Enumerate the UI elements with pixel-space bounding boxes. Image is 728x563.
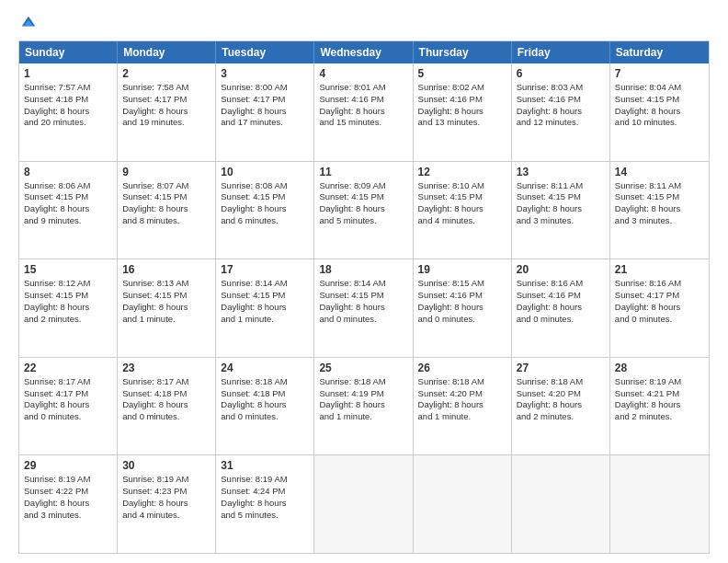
calendar-cell: 1Sunrise: 7:57 AMSunset: 4:18 PMDaylight… — [19, 63, 118, 161]
cell-line: Sunrise: 8:10 AM — [418, 180, 506, 192]
calendar-cell: 9Sunrise: 8:07 AMSunset: 4:15 PMDaylight… — [118, 162, 216, 259]
cell-line: Sunrise: 8:16 AM — [517, 278, 605, 290]
calendar-cell-empty — [314, 455, 413, 553]
calendar-body: 1Sunrise: 7:57 AMSunset: 4:18 PMDaylight… — [19, 63, 709, 553]
cell-line: and 0 minutes. — [517, 314, 605, 326]
cell-line: and 2 minutes. — [615, 411, 704, 423]
calendar-cell: 6Sunrise: 8:03 AMSunset: 4:16 PMDaylight… — [512, 63, 610, 161]
cell-line: Sunrise: 8:18 AM — [517, 376, 605, 388]
cell-line: and 0 minutes. — [122, 411, 210, 423]
calendar-cell: 25Sunrise: 8:18 AMSunset: 4:19 PMDayligh… — [314, 358, 413, 455]
cell-line: Daylight: 8 hours — [615, 203, 704, 215]
cell-line: Sunset: 4:15 PM — [24, 191, 112, 203]
cell-line: Sunset: 4:16 PM — [418, 290, 506, 302]
cell-line: Sunset: 4:15 PM — [122, 191, 210, 203]
weekday-header: Thursday — [414, 41, 512, 63]
cell-line: and 2 minutes. — [24, 314, 112, 326]
cell-line: Sunset: 4:15 PM — [418, 191, 506, 203]
calendar-row: 22Sunrise: 8:17 AMSunset: 4:17 PMDayligh… — [19, 357, 709, 455]
cell-line: Sunrise: 8:02 AM — [418, 82, 506, 94]
day-number: 15 — [24, 263, 112, 276]
cell-line: Sunrise: 8:18 AM — [319, 376, 407, 388]
cell-line: and 8 minutes. — [122, 215, 210, 227]
calendar-cell: 27Sunrise: 8:18 AMSunset: 4:20 PMDayligh… — [512, 358, 610, 455]
cell-line: and 3 minutes. — [517, 215, 605, 227]
cell-line: and 0 minutes. — [221, 411, 309, 423]
cell-line: Sunrise: 8:14 AM — [319, 278, 407, 290]
cell-line: Daylight: 8 hours — [122, 302, 210, 314]
calendar-cell: 23Sunrise: 8:17 AMSunset: 4:18 PMDayligh… — [118, 358, 216, 455]
weekday-header: Sunday — [19, 41, 118, 63]
cell-line: and 1 minute. — [418, 411, 506, 423]
cell-line: Daylight: 8 hours — [418, 399, 506, 411]
cell-line: and 1 minute. — [221, 314, 309, 326]
cell-line: Daylight: 8 hours — [122, 106, 210, 118]
weekday-header: Monday — [118, 41, 216, 63]
day-number: 29 — [24, 459, 112, 472]
cell-line: Sunset: 4:18 PM — [122, 388, 210, 400]
cell-line: Sunrise: 8:09 AM — [319, 180, 407, 192]
cell-line: Sunset: 4:15 PM — [615, 191, 704, 203]
cell-line: Sunrise: 8:03 AM — [517, 82, 605, 94]
cell-line: Daylight: 8 hours — [615, 302, 704, 314]
cell-line: Daylight: 8 hours — [221, 203, 309, 215]
cell-line: and 5 minutes. — [221, 510, 309, 522]
cell-line: Sunset: 4:16 PM — [319, 94, 407, 106]
cell-line: Sunrise: 8:17 AM — [122, 376, 210, 388]
day-number: 12 — [418, 166, 506, 178]
cell-line: and 9 minutes. — [24, 215, 112, 227]
cell-line: Daylight: 8 hours — [24, 399, 112, 411]
weekday-header: Friday — [512, 41, 610, 63]
calendar-cell-empty — [610, 455, 709, 553]
cell-line: Sunrise: 8:18 AM — [221, 376, 309, 388]
weekday-header: Saturday — [610, 41, 709, 63]
calendar: SundayMondayTuesdayWednesdayThursdayFrid… — [18, 40, 710, 554]
day-number: 22 — [24, 362, 112, 374]
cell-line: and 0 minutes. — [615, 314, 704, 326]
calendar-cell: 19Sunrise: 8:15 AMSunset: 4:16 PMDayligh… — [414, 259, 512, 357]
cell-line: and 3 minutes. — [615, 215, 704, 227]
cell-line: Daylight: 8 hours — [24, 203, 112, 215]
day-number: 8 — [24, 166, 112, 178]
day-number: 27 — [517, 362, 605, 374]
day-number: 7 — [615, 67, 704, 80]
day-number: 25 — [319, 362, 407, 374]
calendar-cell-empty — [414, 455, 512, 553]
cell-line: Daylight: 8 hours — [517, 399, 605, 411]
day-number: 3 — [221, 67, 309, 80]
cell-line: Sunset: 4:15 PM — [319, 290, 407, 302]
cell-line: and 10 minutes. — [615, 117, 704, 129]
cell-line: Daylight: 8 hours — [418, 106, 506, 118]
logo-icon — [20, 15, 37, 31]
day-number: 11 — [319, 166, 407, 178]
weekday-header: Wednesday — [314, 41, 413, 63]
calendar-cell: 14Sunrise: 8:11 AMSunset: 4:15 PMDayligh… — [610, 162, 709, 259]
day-number: 21 — [615, 263, 704, 276]
cell-line: Daylight: 8 hours — [517, 106, 605, 118]
day-number: 23 — [122, 362, 210, 374]
cell-line: Daylight: 8 hours — [221, 302, 309, 314]
cell-line: Sunrise: 7:57 AM — [24, 82, 112, 94]
day-number: 20 — [517, 263, 605, 276]
day-number: 13 — [517, 166, 605, 178]
calendar-cell: 5Sunrise: 8:02 AMSunset: 4:16 PMDaylight… — [414, 63, 512, 161]
cell-line: Sunrise: 8:17 AM — [24, 376, 112, 388]
cell-line: Daylight: 8 hours — [615, 106, 704, 118]
cell-line: Sunrise: 8:11 AM — [615, 180, 704, 192]
cell-line: Sunset: 4:15 PM — [221, 191, 309, 203]
cell-line: Daylight: 8 hours — [615, 399, 704, 411]
cell-line: Sunset: 4:18 PM — [24, 94, 112, 106]
cell-line: Daylight: 8 hours — [24, 498, 112, 510]
day-number: 10 — [221, 166, 309, 178]
cell-line: Daylight: 8 hours — [122, 399, 210, 411]
cell-line: and 1 minute. — [319, 411, 407, 423]
day-number: 14 — [615, 166, 704, 178]
day-number: 28 — [615, 362, 704, 374]
day-number: 5 — [418, 67, 506, 80]
cell-line: Sunrise: 8:11 AM — [517, 180, 605, 192]
cell-line: Sunset: 4:16 PM — [517, 94, 605, 106]
cell-line: and 6 minutes. — [221, 215, 309, 227]
day-number: 4 — [319, 67, 407, 80]
calendar-row: 15Sunrise: 8:12 AMSunset: 4:15 PMDayligh… — [19, 259, 709, 357]
cell-line: Sunset: 4:15 PM — [615, 94, 704, 106]
